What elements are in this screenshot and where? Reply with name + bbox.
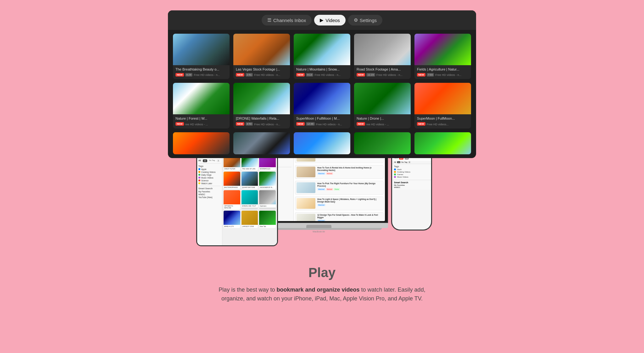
ipad-thumb-11 [242,211,258,225]
tag-dot-daily [198,174,200,176]
macbook-tags-3: Watched Marked Home [317,188,382,191]
hero-text-section: Play Play is the best way to bookmark an… [212,253,431,313]
duration-4: 11:23 [366,73,375,77]
badge-new-8: NEW [296,122,305,126]
badge-new-9: NEW [357,122,365,126]
channels-inbox-button[interactable]: ☰ Channels Inbox [262,15,312,26]
video-sub-4: Free HD videos - n... [376,73,402,77]
ipad-video-label-11: LARGEST STAR [242,225,258,228]
hero-description: Play is the best way to bookmark and org… [219,285,425,304]
macbook-video-info-2: How To Turn A Rental Into A Home And Inv… [317,167,382,177]
tag-dot-cooking [198,171,200,173]
play-icon: ▶ [320,17,324,23]
tag-dot-science [198,179,200,181]
ipad-video-item-4[interactable]: BACTERIOPHAGE [224,172,240,189]
video-title-7: [DRONE] Waterfalls | Rela... [236,116,287,121]
video-thumb-3 [294,34,350,65]
video-title-3: Nature | Mountains | Snow... [296,67,348,71]
ipad-tag-daily[interactable]: Daily Vlogs [198,174,221,176]
macbook-video-row-2[interactable]: How To Turn A Rental Into A Home And Inv… [295,165,384,179]
tag-label-watch-later: Watch Later [201,182,212,185]
ipad-video-label-10: MAKE A CITY [224,225,240,228]
settings-button[interactable]: ⚙ Settings [348,15,382,26]
ipad-video-label-1: GREAT FILTER [224,167,240,170]
badge-new-1: NEW [175,73,184,77]
video-card-6[interactable]: Nature | Forest | W... NEW ree HD videos… [173,83,230,128]
ipad-video-label-4: BACTERIOPHAGE [224,186,240,189]
macbook-video-title-5: 12 Design Tips For Small Spaces - How To… [317,214,382,219]
video-card-11[interactable] [173,132,230,154]
ipad-video-item-6[interactable]: DESIGNER BY N... [259,172,276,189]
ipad-video-item-8[interactable]: WHERE ARE YOU? [242,190,258,209]
iphone-smart-wwdc[interactable]: WWDC [394,186,429,188]
video-sub-9: ree HD videos - ... [366,123,389,126]
video-meta-2: NEW 2:51 Free HD videos - n... [236,73,287,77]
ipad-smart-wwdc[interactable]: WWDC [198,193,221,196]
iphone-tag-music[interactable]: Music Videos [394,176,429,178]
ipad-video-item-5[interactable]: QUANTUM FOAM [242,172,258,189]
ipad-smart-youtube-new[interactable]: YouTube (New) [198,196,221,198]
ipad-video-item-11[interactable]: LARGEST STAR [242,211,258,228]
video-card-1[interactable]: The Breathtaking Beauty o... NEW 6:29 Fr… [173,34,230,79]
ipad-tag-cooking[interactable]: Cooking Videos [198,171,221,173]
badge-new-7: NEW [236,122,244,126]
macbook-video-row-4[interactable]: How To Light A Space | Mistakes, Rules +… [295,196,384,210]
iphone-tag-dot-games [394,174,396,175]
ipad-tag-watch-later[interactable]: Watch Later [198,182,221,185]
video-info-9: Nature | Drone |... NEW ree HD videos - … [354,114,411,128]
duration-1: 6:29 [185,73,193,77]
video-card-9[interactable]: Nature | Drone |... NEW ree HD videos - … [354,83,411,128]
video-card-15[interactable] [414,132,471,154]
video-card-12[interactable] [233,132,290,154]
video-info-1: The Breathtaking Beauty o... NEW 6:29 Fr… [173,65,230,79]
video-title-9: Nature | Drone |... [357,116,408,121]
video-info-8: SuperMoon | FullMoon | M... NEW 12:49 Fr… [294,114,350,128]
video-title-2: Las Vegas Stock Footage |... [236,67,287,71]
video-card-5[interactable]: Fields | Agriculture | Natur... NEW 7:03… [414,34,471,79]
ipad-video-item-9[interactable]: Optimism [259,190,276,209]
video-thumb-12 [233,132,290,154]
video-card-4[interactable]: Road Stock Footage | Ama... NEW 11:23 Fr… [354,34,411,79]
iphone-tag-dot-hash [394,168,396,170]
macbook-video-row-3[interactable]: How To Pick The Right Furniture For Your… [295,181,384,195]
video-meta-5: NEW 7:03 Free HD videos - n... [417,73,469,77]
video-info-5: Fields | Agriculture | Natur... NEW 7:03… [414,65,471,79]
ipad-video-item-10[interactable]: MAKE A CITY [224,211,240,228]
ipad-video-label-2: THE SIZE OF LIFE [242,167,258,170]
ipad-tags-label: Tags [198,165,221,167]
video-card-10[interactable]: SuperMoon | FullMoon... NEW Free HD vide… [414,83,471,128]
iphone-tag-games[interactable]: Games [394,174,429,175]
ipad-tag-science[interactable]: Science [198,179,221,182]
video-card-2[interactable]: Las Vegas Stock Footage |... NEW 2:51 Fr… [233,34,290,79]
ipad-count-row-2: All 33 No Tag 1 [198,159,221,162]
macbook-video-title-3: How To Pick The Right Furniture For Your… [317,182,382,188]
iphone-tags-section: Tags Hash Cooking Videos Games [392,164,431,180]
iphone-tags-title: Tags [394,165,429,168]
badge-new-10: NEW [417,122,425,126]
video-card-7[interactable]: [DRONE] Waterfalls | Rela... NEW 8:50 Fr… [233,83,290,128]
macbook-video-info-5: 12 Design Tips For Small Spaces - How To… [317,214,382,221]
video-card-3[interactable]: Nature | Mountains | Snow... NEW 9:13 Fr… [294,34,350,79]
iphone-tag-cooking[interactable]: Cooking Videos [394,171,429,173]
video-sub-3: Free HD videos - n... [314,73,341,77]
video-card-14[interactable] [354,132,411,154]
ipad-tag-apple[interactable]: Apple [198,168,221,170]
macbook-video-row-5[interactable]: 12 Design Tips For Small Spaces - How To… [295,212,384,221]
ipad-video-item-7[interactable]: OPTIMISTIC NIHILISM [224,190,240,209]
ipad-tag-music[interactable]: Music Videos [198,177,221,179]
videos-button[interactable]: ▶ Videos [314,15,346,26]
tag-dot-music [198,177,200,179]
iphone-tag-dot-cooking [394,171,396,173]
macbook-tag-2-1: Watched [317,172,325,175]
ipad-video-item-12[interactable]: New Tab [259,211,276,228]
iphone-smart-fav[interactable]: My Favorites [394,184,429,186]
video-title-5: Fields | Agriculture | Natur... [417,67,469,71]
badge-new-4: NEW [357,73,365,77]
video-card-13[interactable] [294,132,350,154]
iphone-tag-hash[interactable]: Hash [394,168,429,170]
macbook-tags-5: Watched [317,219,382,221]
video-card-8[interactable]: SuperMoon | FullMoon | M... NEW 12:49 Fr… [294,83,350,128]
ipad-video-label-6: DESIGNER BY N... [259,186,276,189]
ipad-smart-my-favorites[interactable]: My Favorites [198,191,221,193]
macbook-tag-2-2: Marked [326,172,333,175]
